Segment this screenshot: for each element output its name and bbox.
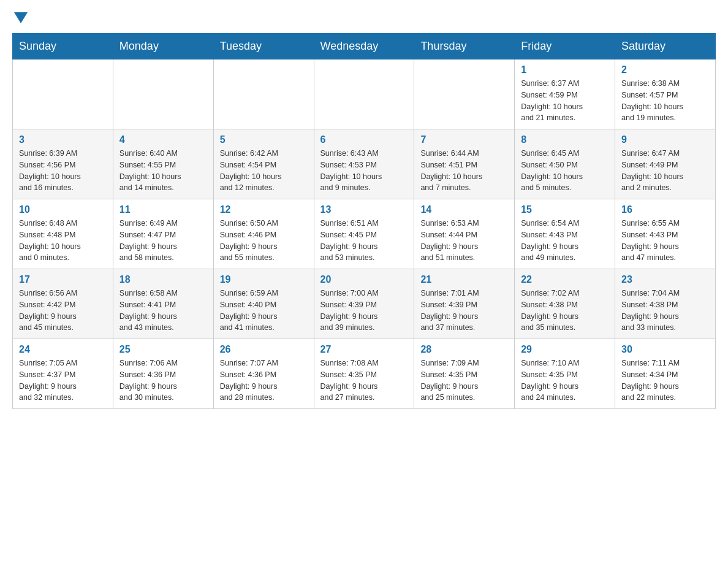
day-info: Sunrise: 6:37 AM Sunset: 4:59 PM Dayligh… — [521, 78, 609, 124]
table-row: 9Sunrise: 6:47 AM Sunset: 4:49 PM Daylig… — [615, 129, 716, 199]
day-info: Sunrise: 7:09 AM Sunset: 4:35 PM Dayligh… — [420, 358, 508, 404]
day-number: 28 — [420, 344, 508, 355]
table-row: 5Sunrise: 6:42 AM Sunset: 4:54 PM Daylig… — [213, 129, 314, 199]
day-info: Sunrise: 7:05 AM Sunset: 4:37 PM Dayligh… — [19, 358, 107, 404]
table-row: 24Sunrise: 7:05 AM Sunset: 4:37 PM Dayli… — [13, 339, 113, 409]
day-number: 18 — [119, 274, 207, 285]
day-number: 15 — [521, 204, 609, 215]
day-number: 3 — [19, 134, 107, 145]
day-info: Sunrise: 6:53 AM Sunset: 4:44 PM Dayligh… — [420, 218, 508, 264]
calendar-table: Sunday Monday Tuesday Wednesday Thursday… — [12, 33, 716, 409]
day-number: 5 — [220, 134, 308, 145]
table-row: 16Sunrise: 6:55 AM Sunset: 4:43 PM Dayli… — [615, 199, 716, 269]
day-info: Sunrise: 7:02 AM Sunset: 4:38 PM Dayligh… — [521, 288, 609, 334]
table-row: 23Sunrise: 7:04 AM Sunset: 4:38 PM Dayli… — [615, 269, 716, 339]
table-row: 2Sunrise: 6:38 AM Sunset: 4:57 PM Daylig… — [615, 59, 716, 129]
day-info: Sunrise: 6:44 AM Sunset: 4:51 PM Dayligh… — [420, 148, 508, 194]
day-number: 2 — [621, 64, 709, 75]
table-row: 10Sunrise: 6:48 AM Sunset: 4:48 PM Dayli… — [13, 199, 113, 269]
day-number: 12 — [220, 204, 308, 215]
calendar-week-row: 3Sunrise: 6:39 AM Sunset: 4:56 PM Daylig… — [13, 129, 716, 199]
logo-row1 — [12, 12, 28, 25]
day-number: 14 — [420, 204, 508, 215]
table-row: 7Sunrise: 6:44 AM Sunset: 4:51 PM Daylig… — [414, 129, 515, 199]
day-info: Sunrise: 6:45 AM Sunset: 4:50 PM Dayligh… — [521, 148, 609, 194]
table-row: 14Sunrise: 6:53 AM Sunset: 4:44 PM Dayli… — [414, 199, 515, 269]
header-thursday: Thursday — [414, 34, 515, 59]
header-tuesday: Tuesday — [213, 34, 314, 59]
table-row: 3Sunrise: 6:39 AM Sunset: 4:56 PM Daylig… — [13, 129, 113, 199]
day-number: 30 — [621, 344, 709, 355]
calendar-week-row: 24Sunrise: 7:05 AM Sunset: 4:37 PM Dayli… — [13, 339, 716, 409]
day-info: Sunrise: 6:47 AM Sunset: 4:49 PM Dayligh… — [621, 148, 709, 194]
day-number: 27 — [320, 344, 408, 355]
table-row — [213, 59, 314, 129]
day-info: Sunrise: 6:56 AM Sunset: 4:42 PM Dayligh… — [19, 288, 107, 334]
day-info: Sunrise: 6:59 AM Sunset: 4:40 PM Dayligh… — [220, 288, 308, 334]
day-number: 4 — [119, 134, 207, 145]
table-row: 20Sunrise: 7:00 AM Sunset: 4:39 PM Dayli… — [314, 269, 414, 339]
svg-marker-0 — [14, 12, 28, 23]
day-info: Sunrise: 6:48 AM Sunset: 4:48 PM Dayligh… — [19, 218, 107, 264]
table-row: 28Sunrise: 7:09 AM Sunset: 4:35 PM Dayli… — [414, 339, 515, 409]
table-row: 1Sunrise: 6:37 AM Sunset: 4:59 PM Daylig… — [515, 59, 615, 129]
day-number: 26 — [220, 344, 308, 355]
table-row: 19Sunrise: 6:59 AM Sunset: 4:40 PM Dayli… — [213, 269, 314, 339]
day-number: 6 — [320, 134, 408, 145]
day-number: 17 — [19, 274, 107, 285]
table-row — [414, 59, 515, 129]
day-number: 20 — [320, 274, 408, 285]
day-info: Sunrise: 6:58 AM Sunset: 4:41 PM Dayligh… — [119, 288, 207, 334]
day-info: Sunrise: 7:04 AM Sunset: 4:38 PM Dayligh… — [621, 288, 709, 334]
day-info: Sunrise: 6:55 AM Sunset: 4:43 PM Dayligh… — [621, 218, 709, 264]
table-row: 18Sunrise: 6:58 AM Sunset: 4:41 PM Dayli… — [113, 269, 213, 339]
table-row: 27Sunrise: 7:08 AM Sunset: 4:35 PM Dayli… — [314, 339, 414, 409]
table-row: 8Sunrise: 6:45 AM Sunset: 4:50 PM Daylig… — [515, 129, 615, 199]
day-info: Sunrise: 7:10 AM Sunset: 4:35 PM Dayligh… — [521, 358, 609, 404]
day-number: 16 — [621, 204, 709, 215]
day-number: 9 — [621, 134, 709, 145]
header-wednesday: Wednesday — [314, 34, 414, 59]
header-sunday: Sunday — [13, 34, 113, 59]
table-row: 4Sunrise: 6:40 AM Sunset: 4:55 PM Daylig… — [113, 129, 213, 199]
day-info: Sunrise: 6:49 AM Sunset: 4:47 PM Dayligh… — [119, 218, 207, 264]
logo — [12, 12, 28, 21]
day-number: 23 — [621, 274, 709, 285]
day-info: Sunrise: 7:07 AM Sunset: 4:36 PM Dayligh… — [220, 358, 308, 404]
day-number: 8 — [521, 134, 609, 145]
day-info: Sunrise: 6:38 AM Sunset: 4:57 PM Dayligh… — [621, 78, 709, 124]
table-row — [113, 59, 213, 129]
day-info: Sunrise: 6:43 AM Sunset: 4:53 PM Dayligh… — [320, 148, 408, 194]
day-number: 11 — [119, 204, 207, 215]
day-number: 25 — [119, 344, 207, 355]
day-number: 21 — [420, 274, 508, 285]
table-row — [13, 59, 113, 129]
calendar-week-row: 17Sunrise: 6:56 AM Sunset: 4:42 PM Dayli… — [13, 269, 716, 339]
table-row: 13Sunrise: 6:51 AM Sunset: 4:45 PM Dayli… — [314, 199, 414, 269]
day-number: 1 — [521, 64, 609, 75]
day-info: Sunrise: 6:54 AM Sunset: 4:43 PM Dayligh… — [521, 218, 609, 264]
header-monday: Monday — [113, 34, 213, 59]
day-info: Sunrise: 7:00 AM Sunset: 4:39 PM Dayligh… — [320, 288, 408, 334]
table-row: 22Sunrise: 7:02 AM Sunset: 4:38 PM Dayli… — [515, 269, 615, 339]
calendar-week-row: 10Sunrise: 6:48 AM Sunset: 4:48 PM Dayli… — [13, 199, 716, 269]
logo-triangle-icon — [14, 12, 28, 25]
page-header — [12, 12, 716, 21]
day-info: Sunrise: 7:08 AM Sunset: 4:35 PM Dayligh… — [320, 358, 408, 404]
table-row: 21Sunrise: 7:01 AM Sunset: 4:39 PM Dayli… — [414, 269, 515, 339]
day-info: Sunrise: 6:39 AM Sunset: 4:56 PM Dayligh… — [19, 148, 107, 194]
table-row: 11Sunrise: 6:49 AM Sunset: 4:47 PM Dayli… — [113, 199, 213, 269]
table-row: 29Sunrise: 7:10 AM Sunset: 4:35 PM Dayli… — [515, 339, 615, 409]
day-number: 22 — [521, 274, 609, 285]
table-row: 30Sunrise: 7:11 AM Sunset: 4:34 PM Dayli… — [615, 339, 716, 409]
calendar-week-row: 1Sunrise: 6:37 AM Sunset: 4:59 PM Daylig… — [13, 59, 716, 129]
day-info: Sunrise: 6:40 AM Sunset: 4:55 PM Dayligh… — [119, 148, 207, 194]
header-friday: Friday — [515, 34, 615, 59]
day-info: Sunrise: 7:01 AM Sunset: 4:39 PM Dayligh… — [420, 288, 508, 334]
day-number: 7 — [420, 134, 508, 145]
weekday-header-row: Sunday Monday Tuesday Wednesday Thursday… — [13, 34, 716, 59]
day-number: 10 — [19, 204, 107, 215]
day-info: Sunrise: 6:50 AM Sunset: 4:46 PM Dayligh… — [220, 218, 308, 264]
table-row — [314, 59, 414, 129]
table-row: 17Sunrise: 6:56 AM Sunset: 4:42 PM Dayli… — [13, 269, 113, 339]
